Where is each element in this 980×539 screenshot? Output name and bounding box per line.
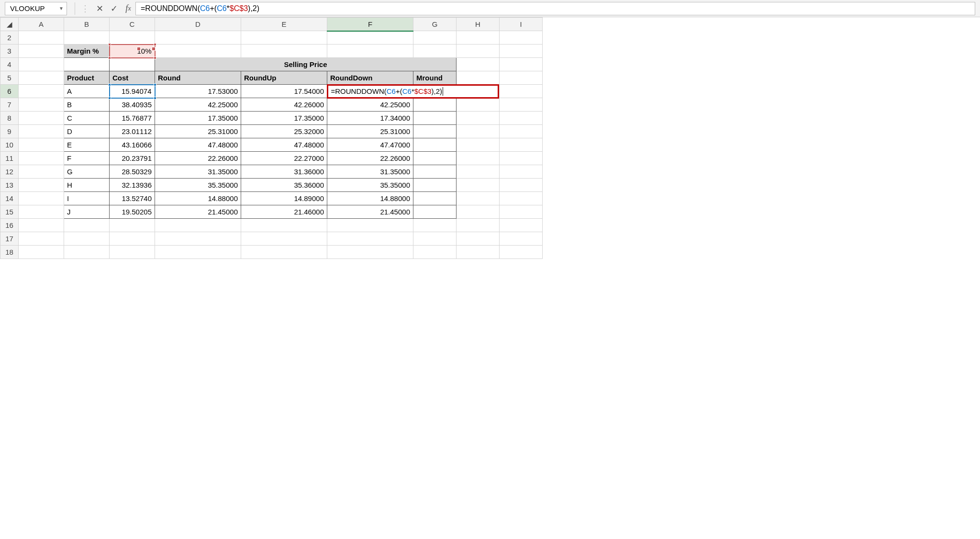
col-header-D[interactable]: D [155,18,241,31]
cell-A10[interactable] [19,138,64,152]
row-header-3[interactable]: 3 [0,45,19,58]
cell-E3[interactable] [241,45,327,58]
cell-H18[interactable] [457,246,500,259]
cell-B6[interactable]: A [64,85,110,98]
cell-I7[interactable] [500,98,543,112]
cell-I2[interactable] [500,31,543,45]
cell-D5-round-hdr[interactable]: Round [155,71,241,85]
cell-A3[interactable] [19,45,64,58]
row-header-16[interactable]: 16 [0,219,19,232]
cell-E15[interactable]: 21.46000 [241,205,327,219]
cell-A13[interactable] [19,179,64,192]
cell-C16[interactable] [110,219,155,232]
cell-C6[interactable]: 15.94074 [110,85,155,98]
cell-C12[interactable]: 28.50329 [110,165,155,179]
cell-E7[interactable]: 42.26000 [241,98,327,112]
cell-C15[interactable]: 19.50205 [110,205,155,219]
cell-F12[interactable]: 31.35000 [327,165,413,179]
cell-C7[interactable]: 38.40935 [110,98,155,112]
cell-I17[interactable] [500,232,543,246]
col-header-C[interactable]: C [110,18,155,31]
cell-B8[interactable]: C [64,112,110,125]
cell-G17[interactable] [413,232,457,246]
cell-I18[interactable] [500,246,543,259]
cell-D18[interactable] [155,246,241,259]
cell-I15[interactable] [500,205,543,219]
cell-I6[interactable] [500,85,543,98]
cell-F10[interactable]: 47.47000 [327,138,413,152]
name-box[interactable]: VLOOKUP ▼ [5,2,67,15]
cell-E6[interactable]: 17.54000 [241,85,327,98]
cell-I11[interactable] [500,152,543,165]
cell-B16[interactable] [64,219,110,232]
cell-H10[interactable] [457,138,500,152]
cell-G3[interactable] [413,45,457,58]
cell-H5[interactable] [457,71,500,85]
cell-I16[interactable] [500,219,543,232]
cell-B4[interactable] [64,58,110,71]
cell-B12[interactable]: G [64,165,110,179]
cell-C8[interactable]: 15.76877 [110,112,155,125]
cell-G16[interactable] [413,219,457,232]
cell-H2[interactable] [457,31,500,45]
cell-D2[interactable] [155,31,241,45]
col-header-B[interactable]: B [64,18,110,31]
cell-B2[interactable] [64,31,110,45]
cell-D6[interactable]: 17.53000 [155,85,241,98]
cell-H16[interactable] [457,219,500,232]
row-header-15[interactable]: 15 [0,205,19,219]
row-header-5[interactable]: 5 [0,71,19,85]
cell-H4[interactable] [457,58,500,71]
col-header-I[interactable]: I [500,18,543,31]
cell-A18[interactable] [19,246,64,259]
fx-icon[interactable]: fx [121,2,135,15]
cell-G2[interactable] [413,31,457,45]
cell-A11[interactable] [19,152,64,165]
cell-F7[interactable]: 42.25000 [327,98,413,112]
cell-B14[interactable]: I [64,192,110,205]
row-header-7[interactable]: 7 [0,98,19,112]
cell-A7[interactable] [19,98,64,112]
row-header-12[interactable]: 12 [0,165,19,179]
cell-A4[interactable] [19,58,64,71]
cell-C4[interactable] [110,58,155,71]
cell-F8[interactable]: 17.34000 [327,112,413,125]
chevron-down-icon[interactable]: ▼ [59,6,64,11]
cell-A8[interactable] [19,112,64,125]
cell-F16[interactable] [327,219,413,232]
cell-C10[interactable]: 43.16066 [110,138,155,152]
cell-E13[interactable]: 35.36000 [241,179,327,192]
cell-D15[interactable]: 21.45000 [155,205,241,219]
cell-E16[interactable] [241,219,327,232]
cell-G13[interactable] [413,179,457,192]
cell-G5-mround-hdr[interactable]: Mround [413,71,457,85]
cell-G18[interactable] [413,246,457,259]
cell-F2[interactable] [327,31,413,45]
cell-I13[interactable] [500,179,543,192]
cell-G11[interactable] [413,152,457,165]
cell-D10[interactable]: 47.48000 [155,138,241,152]
cell-B3-margin-label[interactable]: Margin % [64,45,110,58]
cell-D17[interactable] [155,232,241,246]
cell-G9[interactable] [413,125,457,138]
col-header-F[interactable]: F [327,18,413,31]
formula-input[interactable]: =ROUNDDOWN(C6+(C6*$C$3),2) [135,2,975,15]
col-header-A[interactable]: A [19,18,64,31]
cell-H9[interactable] [457,125,500,138]
cell-B9[interactable]: D [64,125,110,138]
row-header-8[interactable]: 8 [0,112,19,125]
cell-C13[interactable]: 32.13936 [110,179,155,192]
cell-I9[interactable] [500,125,543,138]
select-all-corner[interactable]: ◢ [0,18,19,31]
cell-D11[interactable]: 22.26000 [155,152,241,165]
cell-H12[interactable] [457,165,500,179]
cell-B15[interactable]: J [64,205,110,219]
cell-D3[interactable] [155,45,241,58]
cell-selling-price-title[interactable]: Selling Price [155,58,457,71]
row-header-10[interactable]: 10 [0,138,19,152]
cell-G10[interactable] [413,138,457,152]
cell-G12[interactable] [413,165,457,179]
cell-D16[interactable] [155,219,241,232]
cell-E18[interactable] [241,246,327,259]
cell-D7[interactable]: 42.25000 [155,98,241,112]
